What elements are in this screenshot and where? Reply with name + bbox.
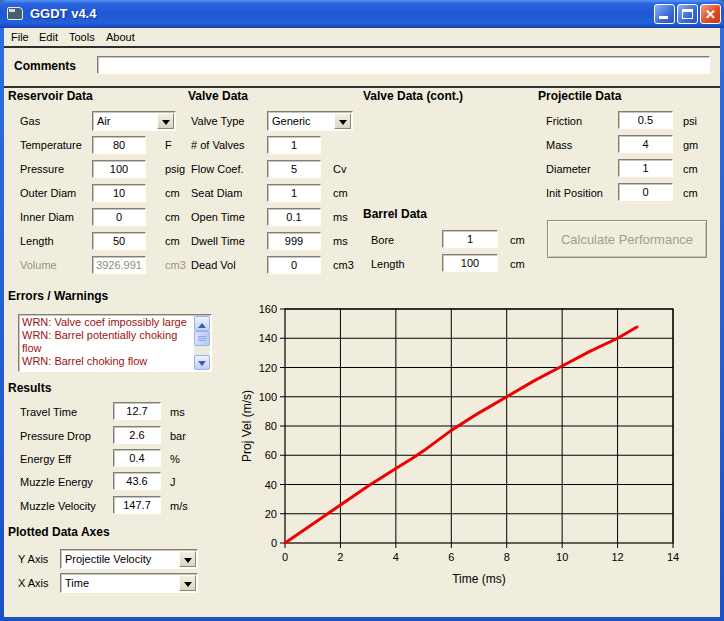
dwell-time-input[interactable]	[267, 232, 321, 250]
errors-scrollbar[interactable]	[194, 316, 210, 370]
comments-label: Comments	[14, 59, 76, 73]
init-position-input[interactable]	[618, 183, 673, 201]
dropdown-arrow-button[interactable]	[179, 551, 196, 567]
muzzle-velocity-unit: m/s	[170, 500, 188, 512]
dropdown-arrow-button[interactable]	[179, 575, 196, 591]
scrollbar-thumb[interactable]	[194, 331, 210, 346]
dead-vol-unit: cm3	[333, 259, 354, 271]
plotted-data-axes-header: Plotted Data Axes	[8, 525, 110, 539]
svg-text:10: 10	[556, 551, 568, 563]
dropdown-arrow-button[interactable]	[157, 113, 174, 129]
reservoir-length-input[interactable]	[92, 232, 146, 250]
diameter-label: Diameter	[546, 163, 591, 175]
minimize-button[interactable]	[654, 4, 675, 24]
svg-text:100: 100	[259, 391, 277, 403]
barrel-length-input[interactable]	[442, 254, 498, 272]
chevron-down-icon	[198, 361, 206, 370]
reservoir-length-unit: cm	[165, 235, 180, 247]
menu-item-file[interactable]: File	[8, 30, 32, 44]
barrel-length-label: Length	[371, 258, 405, 270]
x-axis-label: X Axis	[18, 577, 49, 589]
gas-label: Gas	[20, 115, 40, 127]
ggdt-window: GGDT v4.4 ✕ File Edit Tools About Commen…	[0, 0, 724, 621]
menu-item-tools[interactable]: Tools	[66, 30, 98, 44]
energy-eff-field[interactable]	[113, 449, 161, 467]
chevron-down-icon	[184, 582, 192, 591]
svg-text:0: 0	[271, 537, 277, 549]
outer-diam-input[interactable]	[92, 184, 146, 202]
friction-input[interactable]	[618, 111, 673, 129]
titlebar[interactable]: GGDT v4.4 ✕	[0, 0, 724, 28]
errors-listbox[interactable]: WRN: Valve coef impossibly large WRN: Ba…	[18, 314, 212, 372]
x-axis-value: Time	[65, 577, 89, 589]
pressure-input[interactable]	[92, 160, 146, 178]
dead-vol-input[interactable]	[267, 256, 321, 274]
barrel-data-header: Barrel Data	[363, 207, 427, 221]
muzzle-energy-unit: J	[170, 476, 176, 488]
svg-text:160: 160	[259, 303, 277, 315]
divider	[4, 46, 720, 48]
temperature-input[interactable]	[92, 136, 146, 154]
calculate-performance-button[interactable]: Calculate Performance	[547, 220, 707, 258]
travel-time-field[interactable]	[113, 402, 161, 420]
bore-input[interactable]	[442, 230, 498, 248]
seat-diam-label: Seat Diam	[191, 187, 242, 199]
pressure-drop-field[interactable]	[113, 426, 161, 444]
reservoir-data-header: Reservoir Data	[8, 89, 93, 103]
scroll-up-button[interactable]	[194, 316, 210, 331]
energy-eff-label: Energy Eff	[20, 453, 71, 465]
valve-data-cont-header: Valve Data (cont.)	[363, 89, 463, 103]
results-header: Results	[8, 381, 51, 395]
svg-text:14: 14	[667, 551, 679, 563]
muzzle-velocity-field[interactable]	[113, 496, 161, 514]
errors-warnings-header: Errors / Warnings	[8, 289, 108, 303]
friction-unit: psi	[683, 115, 697, 127]
volume-label: Volume	[20, 259, 57, 271]
dwell-time-label: Dwell Time	[191, 235, 245, 247]
diameter-input[interactable]	[618, 159, 673, 177]
outer-diam-label: Outer Diam	[20, 187, 76, 199]
menu-item-edit[interactable]: Edit	[36, 30, 61, 44]
inner-diam-unit: cm	[165, 211, 180, 223]
num-valves-label: # of Valves	[191, 139, 245, 151]
energy-eff-unit: %	[170, 453, 180, 465]
svg-text:20: 20	[265, 508, 277, 520]
chevron-down-icon	[162, 120, 170, 129]
mass-label: Mass	[546, 139, 572, 151]
valve-type-select[interactable]: Generic	[267, 111, 353, 131]
open-time-input[interactable]	[267, 208, 321, 226]
flow-coef-label: Flow Coef.	[191, 163, 244, 175]
seat-diam-unit: cm	[333, 187, 348, 199]
performance-chart: 02468101214020406080100120140160Time (ms…	[215, 288, 720, 600]
app-icon	[7, 7, 23, 20]
flow-coef-input[interactable]	[267, 160, 321, 178]
error-line: WRN: Valve coef impossibly large	[22, 316, 194, 329]
inner-diam-label: Inner Diam	[20, 211, 74, 223]
maximize-icon	[682, 9, 693, 19]
volume-field	[92, 256, 146, 274]
open-time-label: Open Time	[191, 211, 245, 223]
inner-diam-input[interactable]	[92, 208, 146, 226]
x-axis-select[interactable]: Time	[60, 573, 198, 593]
error-line: WRN: Barrel choking flow	[22, 355, 194, 368]
pressure-drop-unit: bar	[170, 430, 186, 442]
num-valves-input[interactable]	[267, 136, 321, 154]
comments-input[interactable]	[97, 56, 710, 74]
y-axis-select[interactable]: Projectile Velocity	[60, 549, 198, 569]
maximize-button[interactable]	[677, 4, 698, 24]
muzzle-energy-field[interactable]	[113, 472, 161, 490]
y-axis-value: Projectile Velocity	[65, 553, 151, 565]
window-title: GGDT v4.4	[30, 6, 96, 21]
menu-item-about[interactable]: About	[103, 30, 138, 44]
window-controls: ✕	[654, 4, 721, 24]
dropdown-arrow-button[interactable]	[334, 113, 351, 129]
mass-input[interactable]	[618, 135, 673, 153]
grip-icon	[198, 336, 206, 341]
scroll-down-button[interactable]	[194, 355, 210, 370]
volume-unit: cm3	[165, 259, 186, 271]
close-button[interactable]: ✕	[700, 4, 721, 24]
seat-diam-input[interactable]	[267, 184, 321, 202]
pressure-drop-label: Pressure Drop	[20, 430, 91, 442]
svg-text:60: 60	[265, 449, 277, 461]
gas-select[interactable]: Air	[92, 111, 176, 131]
